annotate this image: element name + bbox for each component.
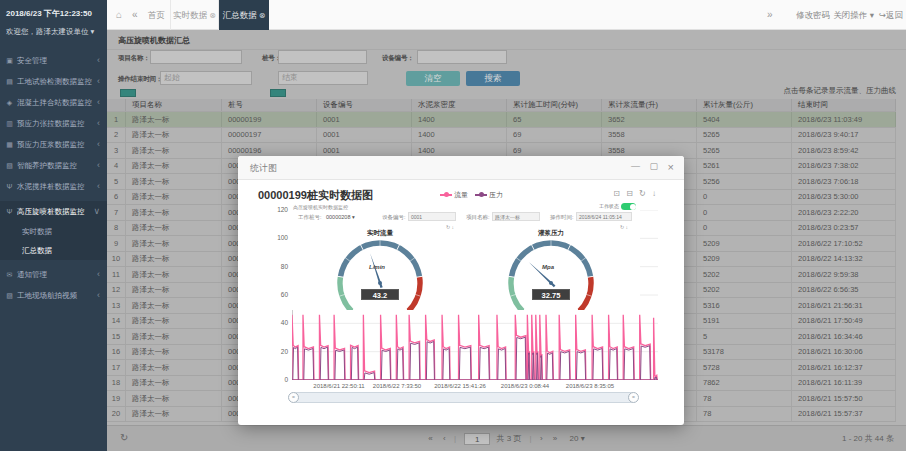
grouting-data-icon: ▦ — [5, 134, 14, 155]
table-row-1[interactable]: 1路泽太一标000001990001140065365254042018/6/2… — [107, 112, 896, 128]
chevron-icon: ‹ — [97, 92, 100, 113]
maximize-icon[interactable]: ▢ — [649, 161, 658, 171]
first-page-icon[interactable]: « — [428, 434, 432, 443]
search-button[interactable]: 搜索 — [466, 71, 520, 86]
panel-optime-input[interactable]: 2018/6/24 11:05:14 — [576, 212, 632, 221]
sidebar-item-7[interactable]: Ψ高压旋喷桩数据监控∨ — [0, 201, 107, 222]
datazoom-slider[interactable]: = = — [292, 392, 635, 403]
tension-data-icon: ▥ — [5, 113, 14, 134]
close-icon[interactable]: × — [668, 161, 674, 173]
col-header[interactable]: 桩号 — [222, 99, 317, 111]
work-status-toggle[interactable] — [621, 203, 636, 210]
sidebar-item-9[interactable]: ▨工地现场航拍视频‹ — [0, 285, 107, 306]
chevron-icon: ‹ — [97, 113, 100, 134]
sidebar-item-4[interactable]: ▦预应力压浆数据监控‹ — [0, 134, 107, 155]
sidebar-item-8[interactable]: ✉通知管理‹ — [0, 264, 107, 285]
datazoom-left-handle[interactable]: = — [288, 392, 299, 403]
table-header-row: 项目名称桩号设备编号水泥浆密度累计施工时间(分钟)累计浆流量(升)累计灰量(公斤… — [107, 99, 896, 112]
prev-page-icon[interactable]: ‹ — [443, 434, 446, 443]
y-tick-label: 40 — [262, 319, 288, 326]
sidebar-welcome[interactable]: 欢迎您，路泽太建设单位 ▾ — [0, 19, 107, 37]
x-tick-label: 2018/6/23 8:35:05 — [555, 383, 625, 389]
filter-start-input[interactable]: 起始 — [160, 71, 252, 85]
sidebar-item-0[interactable]: ▣安全管理‹ — [0, 50, 107, 71]
filter-pile-input[interactable] — [278, 50, 367, 64]
chart-toolbox-icons[interactable]: ⊡ ⊟ ↻ ↓ — [613, 189, 658, 198]
panel-mini-icons-left[interactable]: ↻ ↓ — [446, 224, 454, 230]
table-row-2[interactable]: 2路泽太一标000001970001140069355852652018/6/2… — [107, 128, 896, 144]
col-header[interactable]: 项目名称 — [126, 99, 222, 111]
chevron-icon: ‹ — [97, 155, 100, 176]
panel-pile-label: 工作桩号: — [298, 214, 322, 221]
cement-pile-icon: Ψ — [5, 176, 14, 197]
tab-close-icon[interactable]: ⊗ — [209, 11, 216, 20]
next-page-icon[interactable]: › — [540, 434, 543, 443]
col-header[interactable]: 结束时间 — [792, 99, 896, 111]
datepicker-chip-end[interactable] — [270, 89, 286, 97]
svg-text:Mpa: Mpa — [542, 264, 555, 270]
tab-scroll-left-icon[interactable]: « — [132, 0, 138, 30]
video-icon: ▨ — [5, 285, 14, 306]
mixing-station-icon: ◈ — [5, 92, 14, 113]
sidebar-menu: ▣安全管理‹▤工地试验检测数据监控‹◈混凝土拌合站数据监控‹▥预应力张拉数据监控… — [0, 50, 107, 306]
col-header[interactable]: 累计灰量(公斤) — [697, 99, 792, 111]
col-header[interactable]: 累计施工时间(分钟) — [507, 99, 602, 111]
modal-title: 统计图 — [250, 162, 277, 175]
minimize-icon[interactable]: — — [631, 161, 640, 171]
sidebar-item-1[interactable]: ▤工地试验检测数据监控‹ — [0, 71, 107, 92]
tab-汇总数据[interactable]: 汇总数据⊗ — [219, 0, 269, 30]
x-tick-label: 2018/6/22 7:33:50 — [362, 383, 432, 389]
record-range-label: 1 - 20 共 44 条 — [842, 426, 894, 451]
sidebar-item-6[interactable]: Ψ水泥搅拌桩数据监控‹ — [0, 176, 107, 197]
legend-item[interactable]: 流量 — [440, 190, 468, 200]
filter-project-label: 项目名称： — [118, 54, 150, 63]
filter-device-input[interactable] — [417, 50, 507, 64]
panel-mini-icons-right[interactable]: ↻ ↓ — [620, 224, 628, 230]
datazoom-right-handle[interactable]: = — [628, 392, 639, 403]
tab-实时数据[interactable]: 实时数据⊗ — [171, 0, 219, 30]
back-button[interactable]: ↪返回 — [879, 0, 903, 30]
sidebar-item-2[interactable]: ◈混凝土拌合站数据监控‹ — [0, 92, 107, 113]
x-tick-label: 2018/6/23 0:08:44 — [490, 383, 560, 389]
clear-button[interactable]: 清空 — [406, 71, 460, 86]
close-operations-dropdown[interactable]: 关闭操作 ▾ — [833, 0, 874, 30]
col-header[interactable]: 累计浆流量(升) — [602, 99, 697, 111]
change-password-button[interactable]: 修改密码 — [796, 0, 830, 30]
gauge-flow-value: 43.2 — [361, 289, 399, 300]
col-header[interactable]: 设备编号 — [317, 99, 412, 111]
panel-project-label: 项目名称: — [466, 214, 490, 221]
legend-item[interactable]: 压力 — [475, 190, 503, 200]
gauge-pressure-value: 32.75 — [532, 289, 570, 300]
panel-pile-select[interactable]: 00000208 ▾ — [326, 214, 355, 220]
x-tick-label: 2018/6/22 15:41:26 — [425, 383, 495, 389]
datepicker-chip-start[interactable] — [120, 89, 136, 97]
tab-close-icon[interactable]: ⊗ — [259, 11, 266, 20]
col-header[interactable]: 水泥浆密度 — [412, 99, 507, 111]
filter-project-input[interactable] — [150, 50, 242, 64]
modal-header[interactable]: 统计图 — ▢ × — [238, 156, 684, 180]
tab-scroll-right-icon[interactable]: » — [767, 0, 773, 30]
home-icon[interactable]: ⌂ — [116, 0, 122, 30]
y-tick-label: 0 — [262, 376, 288, 383]
total-pages-label: 共 3 页 — [496, 434, 521, 443]
sidebar-subitem-汇总数据[interactable]: 汇总数据 — [0, 241, 107, 260]
chevron-icon: ‹ — [97, 285, 100, 306]
gauge-pressure-title: 灌浆压力 — [511, 229, 591, 238]
page-number-input[interactable]: 1 — [464, 433, 490, 445]
realtime-panel: 高压旋喷机实时数据监控 工作状态 工作桩号: 00000208 ▾ 设备编号: … — [290, 202, 640, 310]
sidebar-item-5[interactable]: ▧智能养护数据监控‹ — [0, 155, 107, 176]
panel-project-input[interactable]: 路泽太一标 — [492, 212, 540, 221]
panel-device-input[interactable]: 0001 — [408, 212, 456, 221]
sidebar-item-3[interactable]: ▥预应力张拉数据监控‹ — [0, 113, 107, 134]
page-size-select[interactable]: 20 ▾ — [570, 434, 585, 443]
gauges: L/minMpa — [290, 238, 640, 310]
filter-end-input[interactable]: 结束 — [278, 71, 368, 85]
last-page-icon[interactable]: » — [553, 434, 557, 443]
chevron-icon: ∨ — [93, 201, 100, 222]
table-tip: 点击每条记录显示流量、压力曲线 — [784, 86, 897, 96]
tab-首页[interactable]: 首页 — [143, 0, 171, 30]
curing-data-icon: ▧ — [5, 155, 14, 176]
y-tick-label: 100 — [262, 234, 288, 241]
sidebar-subitem-实时数据[interactable]: 实时数据 — [0, 222, 107, 241]
topbar: ⌂ « 首页实时数据⊗汇总数据⊗ » 修改密码 关闭操作 ▾ ↪返回 — [107, 0, 906, 30]
